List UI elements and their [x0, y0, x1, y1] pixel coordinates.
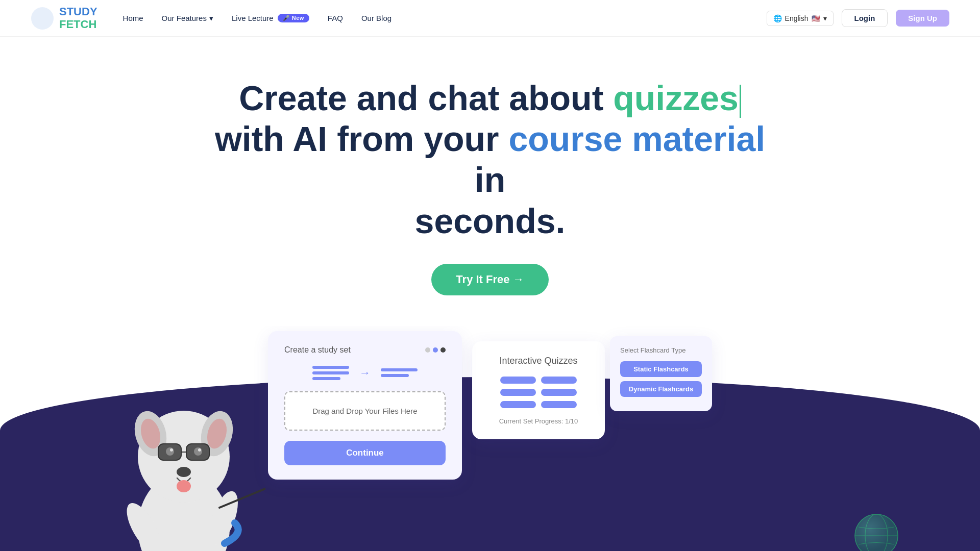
- dot-1: [425, 347, 430, 353]
- flashcard-select-title: Select Flashcard Type: [620, 346, 702, 354]
- signup-button[interactable]: Sign Up: [896, 10, 949, 27]
- quiz-pill-2: [541, 377, 577, 384]
- flashcard-card: Select Flashcard Type Static Flashcards …: [610, 336, 712, 411]
- svg-point-16: [177, 480, 191, 492]
- quizzes-card: Interactive Quizzes Current Set Progress…: [472, 341, 605, 439]
- hero-line1-plain: Create and chat about: [239, 79, 613, 117]
- line-bar-2: [312, 371, 349, 374]
- try-it-free-button[interactable]: Try It Free →: [431, 264, 548, 295]
- nav-links: Home Our Features ▾ Live Lecture 🎤 New F…: [123, 14, 767, 23]
- quizzes-title: Interactive Quizzes: [486, 356, 591, 366]
- card-dots: [425, 347, 446, 353]
- quiz-pill-6: [541, 401, 577, 408]
- quiz-row-1: [486, 377, 591, 384]
- quiz-pill-5: [500, 401, 536, 408]
- nav-right: 🌐 English 🇺🇸 ▾ Login Sign Up: [767, 9, 949, 27]
- language-selector[interactable]: 🌐 English 🇺🇸 ▾: [767, 11, 834, 26]
- nav-home[interactable]: Home: [123, 14, 143, 22]
- line-bar-3: [312, 377, 340, 380]
- quiz-row-3: [486, 401, 591, 408]
- chevron-icon: ▾: [209, 14, 213, 23]
- new-badge: 🎤 New: [278, 14, 309, 22]
- decoration-right: [853, 513, 909, 551]
- globe-decoration: [853, 513, 899, 551]
- line-bar-5: [381, 374, 409, 377]
- svg-point-0: [31, 7, 54, 30]
- studyset-card: Create a study set →: [268, 331, 462, 480]
- dot-3: [440, 347, 446, 353]
- hero-line2-plain: with AI from your: [215, 119, 508, 158]
- navbar: 🐾 STUDY FETCH Home Our Features ▾ Live L…: [0, 0, 980, 37]
- logo-icon: 🐾: [31, 7, 54, 30]
- nav-blog[interactable]: Our Blog: [361, 14, 391, 22]
- lines-left: [312, 366, 349, 380]
- quiz-pill-1: [500, 377, 536, 384]
- nav-live-lecture[interactable]: Live Lecture 🎤 New: [232, 14, 309, 22]
- quiz-pill-4: [541, 389, 577, 396]
- nav-features[interactable]: Our Features ▾: [162, 14, 213, 23]
- studyset-card-title: Create a study set: [284, 345, 351, 355]
- hero-section: Create and chat about quizzes with AI fr…: [0, 37, 980, 295]
- login-button[interactable]: Login: [842, 9, 888, 27]
- arrow-icon: →: [359, 366, 371, 380]
- logo-link[interactable]: 🐾 STUDY FETCH: [31, 6, 97, 30]
- hero-highlight-course: course material: [508, 119, 765, 158]
- cards-container: Create a study set →: [0, 326, 980, 480]
- static-flashcards-button[interactable]: Static Flashcards: [620, 361, 702, 377]
- drop-zone[interactable]: Drag and Drop Your Files Here: [284, 391, 446, 431]
- card-header: Create a study set: [284, 345, 446, 355]
- hero-title: Create and chat about quizzes with AI fr…: [209, 78, 771, 241]
- bottom-section: Create a study set →: [0, 326, 980, 551]
- quiz-row-2: [486, 389, 591, 396]
- quiz-rows: [486, 377, 591, 408]
- quiz-pill-3: [500, 389, 536, 396]
- line-bar-4: [381, 368, 418, 371]
- dot-2: [433, 347, 438, 353]
- globe-icon: 🌐: [773, 14, 782, 22]
- hero-line3: seconds.: [415, 202, 566, 240]
- lines-right: [381, 368, 418, 377]
- cursor-blink: [740, 85, 741, 118]
- convert-visual: →: [284, 366, 446, 380]
- line-bar-1: [312, 366, 349, 369]
- dynamic-flashcards-button[interactable]: Dynamic Flashcards: [620, 381, 702, 397]
- continue-button[interactable]: Continue: [284, 441, 446, 465]
- nav-faq[interactable]: FAQ: [328, 14, 343, 22]
- logo-text: STUDY FETCH: [59, 6, 97, 30]
- hero-highlight-quizzes: quizzes: [613, 79, 739, 117]
- quiz-progress: Current Set Progress: 1/10: [486, 417, 591, 425]
